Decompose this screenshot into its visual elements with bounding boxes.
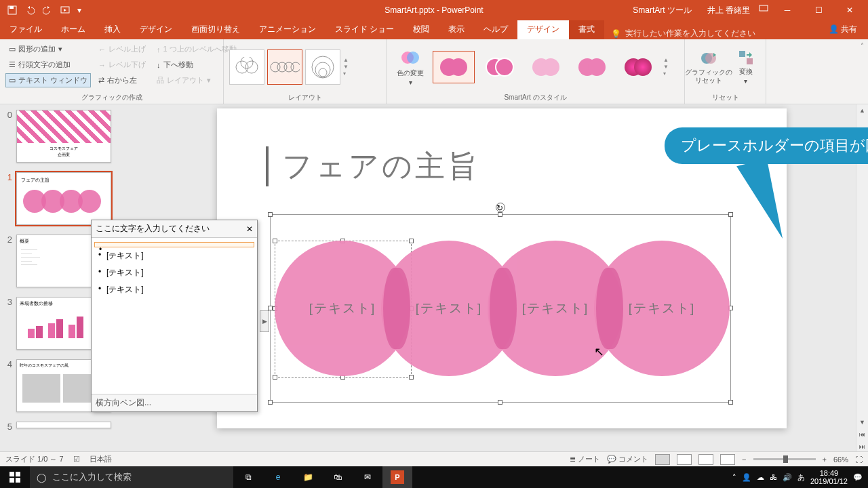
onedrive-icon[interactable]: ☁ bbox=[757, 473, 764, 482]
start-button[interactable] bbox=[0, 466, 30, 488]
text-pane-toggle[interactable]: ▶ bbox=[260, 310, 269, 332]
resize-handle[interactable] bbox=[728, 212, 733, 217]
comments-button[interactable]: 💬 コメント bbox=[607, 454, 648, 464]
tell-me[interactable]: 💡実行したい作業を入力してください bbox=[604, 28, 762, 39]
tab-transitions[interactable]: 画面切り替え bbox=[182, 20, 250, 39]
spellcheck-icon[interactable]: ☑ bbox=[73, 455, 80, 464]
redo-icon[interactable] bbox=[39, 2, 56, 18]
tab-smartart-design[interactable]: デザイン bbox=[517, 20, 569, 39]
user-name[interactable]: 井上 香緒里 bbox=[707, 5, 750, 16]
add-bullet-button[interactable]: ☰ 行頭文字の追加 bbox=[5, 58, 91, 72]
tab-insert[interactable]: 挿入 bbox=[95, 20, 130, 39]
share-button[interactable]: 👤 共有 bbox=[818, 20, 868, 39]
task-view-icon[interactable]: ⧉ bbox=[233, 466, 263, 488]
style-4[interactable] bbox=[571, 51, 613, 83]
tab-smartart-format[interactable]: 書式 bbox=[569, 20, 604, 39]
change-colors-button[interactable]: 色の変更▾ bbox=[392, 47, 429, 87]
layout-option-2[interactable] bbox=[267, 49, 302, 85]
resize-handle[interactable] bbox=[268, 212, 273, 217]
normal-view-icon[interactable] bbox=[655, 454, 670, 465]
style-3[interactable] bbox=[525, 51, 567, 83]
edge-icon[interactable]: e bbox=[263, 466, 293, 488]
zoom-out-icon[interactable]: − bbox=[742, 455, 746, 464]
reading-view-icon[interactable] bbox=[698, 454, 713, 465]
slide-title[interactable]: フェアの主旨 bbox=[266, 146, 480, 186]
thumb-0[interactable]: コスモスフェア 企画案 bbox=[16, 110, 111, 163]
clock[interactable]: 18:492019/01/12 bbox=[810, 469, 848, 485]
save-icon[interactable] bbox=[4, 2, 20, 18]
reset-graphic-button[interactable]: グラフィックの リセット bbox=[690, 49, 727, 85]
smartart-text-pane[interactable]: ここに文字を入力してください ✕ [テキスト] [テキスト] [テキスト] 横方… bbox=[91, 220, 258, 412]
slideshow-view-icon[interactable] bbox=[720, 454, 735, 465]
system-tray[interactable]: ˄ 👤 ☁ 🖧 🔊 あ 18:492019/01/12 💬 bbox=[732, 469, 868, 485]
tab-animations[interactable]: アニメーション bbox=[250, 20, 326, 39]
scroll-down-icon[interactable]: ▼ bbox=[856, 416, 868, 428]
tab-help[interactable]: ヘルプ bbox=[474, 20, 517, 39]
resize-handle[interactable] bbox=[273, 375, 277, 380]
qat-more-icon[interactable]: ▾ bbox=[75, 2, 84, 18]
resize-handle[interactable] bbox=[498, 212, 502, 217]
explorer-icon[interactable]: 📁 bbox=[293, 466, 323, 488]
notifications-icon[interactable]: 💬 bbox=[853, 473, 863, 482]
smartart-container[interactable]: ↻ [ bbox=[270, 214, 731, 403]
minimize-button[interactable]: ─ bbox=[772, 0, 803, 20]
layout-scroll-up[interactable]: ▲ bbox=[343, 57, 349, 63]
scroll-up-icon[interactable]: ▲ bbox=[856, 104, 868, 117]
resize-handle[interactable] bbox=[268, 400, 273, 405]
text-pane-button[interactable]: ▭ テキスト ウィンドウ bbox=[5, 73, 91, 87]
tab-home[interactable]: ホーム bbox=[52, 20, 95, 39]
style-1[interactable] bbox=[433, 51, 475, 83]
resize-handle[interactable] bbox=[728, 400, 733, 405]
mail-icon[interactable]: ✉ bbox=[353, 466, 382, 488]
tab-slideshow[interactable]: スライド ショー bbox=[326, 20, 403, 39]
undo-icon[interactable] bbox=[22, 2, 38, 18]
text-pane-item[interactable]: [テキスト] bbox=[94, 247, 254, 264]
text-pane-item[interactable]: [テキスト] bbox=[94, 281, 254, 298]
layout-more[interactable]: ▾ bbox=[343, 70, 349, 77]
powerpoint-icon[interactable]: P bbox=[382, 466, 412, 488]
layout-option-3[interactable] bbox=[305, 49, 340, 85]
text-pane-item[interactable]: [テキスト] bbox=[94, 264, 254, 281]
prev-slide-icon[interactable]: ⏮ bbox=[856, 428, 868, 441]
collapse-ribbon-icon[interactable]: ˄ bbox=[856, 39, 868, 104]
thumb-5[interactable] bbox=[16, 422, 111, 428]
close-button[interactable]: ✕ bbox=[834, 0, 865, 20]
ime-icon[interactable]: あ bbox=[797, 472, 805, 483]
store-icon[interactable]: 🛍 bbox=[323, 466, 353, 488]
slide-counter[interactable]: スライド 1/0 ～ 7 bbox=[5, 454, 64, 464]
text-pane-close-icon[interactable]: ✕ bbox=[246, 224, 253, 234]
resize-handle[interactable] bbox=[409, 239, 414, 243]
add-shape-button[interactable]: ▭ 図形の追加 ▾ bbox=[5, 42, 91, 56]
maximize-button[interactable]: ☐ bbox=[803, 0, 834, 20]
people-icon[interactable]: 👤 bbox=[742, 473, 751, 482]
zoom-level[interactable]: 66% bbox=[833, 455, 848, 464]
layout-scroll-down[interactable]: ▼ bbox=[343, 64, 349, 70]
style-5[interactable] bbox=[617, 51, 659, 83]
text-pane-item[interactable] bbox=[94, 242, 254, 247]
zoom-in-icon[interactable]: + bbox=[823, 455, 827, 464]
style-2[interactable] bbox=[479, 51, 521, 83]
tab-view[interactable]: 表示 bbox=[439, 20, 474, 39]
resize-handle[interactable] bbox=[498, 400, 502, 405]
convert-button[interactable]: 変換▾ bbox=[731, 49, 760, 85]
notes-button[interactable]: ≣ ノート bbox=[570, 454, 600, 464]
start-from-beginning-icon[interactable] bbox=[57, 2, 73, 18]
tray-chevron-icon[interactable]: ˄ bbox=[732, 473, 736, 482]
language-indicator[interactable]: 日本語 bbox=[90, 454, 112, 464]
resize-handle[interactable] bbox=[268, 306, 273, 310]
style-scroll-down[interactable]: ▼ bbox=[663, 64, 669, 70]
style-scroll-up[interactable]: ▲ bbox=[663, 57, 669, 63]
taskbar-search[interactable]: ◯ここに入力して検索 bbox=[30, 466, 233, 488]
network-icon[interactable]: 🖧 bbox=[770, 473, 777, 481]
tab-file[interactable]: ファイル bbox=[0, 20, 52, 39]
thumb-1[interactable]: フェアの主旨 bbox=[16, 172, 111, 225]
style-more[interactable]: ▾ bbox=[663, 70, 669, 77]
layout-option-1[interactable] bbox=[229, 49, 264, 85]
resize-handle[interactable] bbox=[409, 375, 414, 380]
ribbon-display-icon[interactable] bbox=[755, 0, 772, 16]
zoom-slider[interactable] bbox=[753, 458, 816, 460]
fit-to-window-icon[interactable]: ⛶ bbox=[855, 455, 863, 464]
rotate-handle-icon[interactable]: ↻ bbox=[496, 203, 505, 212]
tab-review[interactable]: 校閲 bbox=[403, 20, 439, 39]
volume-icon[interactable]: 🔊 bbox=[783, 473, 792, 482]
